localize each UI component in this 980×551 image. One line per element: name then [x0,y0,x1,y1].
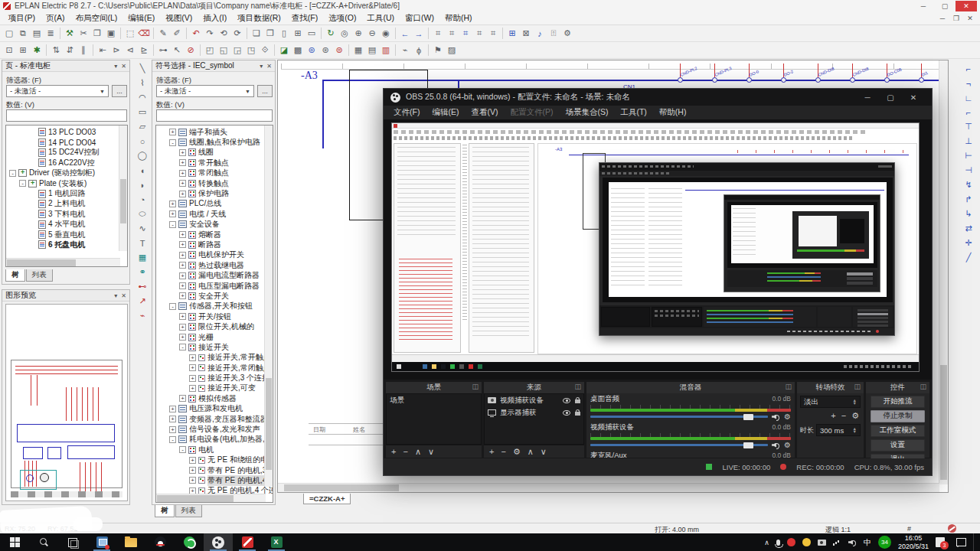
tree-item[interactable]: +接近开关,常闭触点 [158,363,273,373]
tree-item[interactable]: +信号设备,发光和发声 [158,424,273,434]
symbols-tree-vscrollbar[interactable] [264,126,273,487]
gear-icon[interactable]: ⚙ [851,411,859,421]
tree-item[interactable]: +保护电路 [158,188,273,198]
cross-icon[interactable]: ✛ [962,236,975,250]
sort-icon[interactable]: ⇅ [49,44,63,57]
collapse-icon[interactable]: - [169,303,176,310]
symbols-tree-hscrollbar[interactable] [156,494,266,502]
new-device-icon[interactable]: ✱ [30,44,44,57]
menu-item[interactable]: 工具(T) [614,106,652,119]
notification-icon[interactable]: 3 [936,537,945,547]
sources-list[interactable]: 视频捕获设备显示器捕获 [484,393,584,445]
rounded-rect-icon[interactable]: ▱ [136,119,149,134]
tab-1[interactable]: 树 [155,505,175,517]
minimize-icon[interactable]: ─ [936,13,949,24]
control-button[interactable]: 开始推流 [871,396,925,409]
tree-item[interactable]: +变频器,变压器和整流器 [158,414,273,424]
tree-item[interactable]: +安全开关 [158,291,273,301]
menu-item[interactable]: 文件(F) [387,106,426,119]
phi-icon[interactable]: ϕ [412,44,426,57]
hatch2-icon[interactable]: ▨ [445,44,459,57]
grid-a-icon[interactable]: ⌗ [431,27,445,40]
tree-item[interactable]: +带有 PE 的电机,3 个 [158,465,273,475]
expand-icon[interactable]: + [169,426,176,433]
collapse-icon[interactable]: - [19,180,26,187]
menu-item[interactable]: 查看(V) [465,106,504,119]
dock-icon[interactable]: ◫ [920,383,926,390]
remove-icon[interactable]: − [501,447,505,456]
grid-b-icon[interactable]: ⌗ [445,27,459,40]
down-icon[interactable]: ∨ [428,447,434,457]
back-icon[interactable]: ← [398,27,412,40]
tab-2[interactable]: 列表 [175,505,202,517]
tree-item[interactable]: +常闭触点 [158,168,273,178]
tree-item[interactable]: 14 PLC DO04 [8,137,127,147]
assign-icon[interactable]: ◱ [217,44,230,57]
open-icon[interactable]: ⧉ [16,27,30,40]
tree-item[interactable]: +熔断器 [158,230,273,240]
ellipse-icon[interactable]: ⬭ [136,207,149,221]
symbols-value-input[interactable] [156,109,273,122]
tree-item[interactable]: -Plate (安装板) [8,178,127,188]
dock-icon[interactable]: ◫ [574,383,581,390]
maximize-icon[interactable]: ▢ [879,90,902,105]
tree-item[interactable]: -接近开关 [158,342,273,352]
visibility-eye-icon[interactable] [563,398,570,403]
scene-item[interactable]: 场景 [387,394,481,407]
volume-icon[interactable] [848,539,857,546]
expand-icon[interactable]: + [179,191,186,197]
expand-icon[interactable]: + [179,282,186,289]
link-icon[interactable]: ⊶ [156,44,170,57]
expand-icon[interactable]: + [169,416,176,422]
jump-icon[interactable]: ↯ [962,178,975,192]
wrench-icon[interactable]: ⚒ [63,27,77,40]
tree-item[interactable]: +接近开关,3 个连接 [158,373,273,383]
chevron-up-icon[interactable]: ∧ [764,539,769,546]
pair-icon[interactable]: ∥ [77,44,90,57]
tree-item[interactable]: +开关/按钮 [158,311,273,321]
excel-button[interactable] [262,533,291,551]
lock-icon[interactable] [575,412,580,416]
tree-item[interactable]: -安全设备 [158,220,273,230]
diamond-icon[interactable]: ⟐ [258,44,272,57]
control-button[interactable]: 设置 [871,439,925,452]
spinner-icon[interactable]: ▲▼ [853,399,857,405]
canvas-hscrollbar[interactable] [278,483,939,492]
expand-icon[interactable]: + [179,149,186,156]
grid-e-icon[interactable]: ⌗ [486,27,500,40]
zoom-out-icon[interactable]: ⊖ [365,27,379,40]
network-icon[interactable] [833,539,841,546]
dimension-icon[interactable]: ⊷ [136,279,149,294]
pages-tree[interactable]: 13 PLC DO0314 PLC DO0415 DC24V控制16 AC220… [5,125,128,267]
goto-icon[interactable]: ⇤ [96,44,109,57]
tree-item[interactable]: -电机 [158,445,273,455]
hyperlink-icon[interactable]: ⚭ [136,265,149,279]
hatch-icon[interactable]: ▩ [291,44,305,57]
symbols-tree[interactable]: +端子和插头-线圈,触点和保护电路+线圈+常开触点+常闭触点+转换触点+保护电路… [155,125,273,503]
key-tray-icon[interactable] [802,538,811,546]
filter-icon[interactable]: ⇵ [63,44,77,57]
print-icon[interactable]: ≣ [44,27,57,40]
undo-list-icon[interactable]: ⟲ [217,27,230,40]
expand-icon[interactable]: + [189,354,196,361]
menu-item[interactable]: 项目数据(R) [232,12,286,24]
tree-item[interactable]: +电压源和发电机 [158,404,273,414]
brush-icon[interactable]: ✐ [170,27,184,40]
settings-icon[interactable]: ⚙ [560,27,574,40]
tree-item[interactable]: +端子和插头 [158,127,273,137]
expand-icon[interactable]: + [179,324,186,331]
zoom-in-icon[interactable]: ⊕ [351,27,365,40]
select-icon[interactable]: ⬚ [123,27,137,40]
duration-input[interactable]: 300 ms▲▼ [816,424,861,436]
browser-360-button[interactable] [175,533,204,551]
source-item[interactable]: 视频捕获设备 [485,394,583,406]
expand-icon[interactable]: + [179,292,186,299]
rectangle-icon[interactable]: ▭ [136,105,149,119]
qq-tray-icon[interactable] [787,538,795,546]
angle-down-left-icon[interactable]: ⌐ [962,61,975,76]
expand-icon[interactable]: + [179,241,186,248]
mic-icon[interactable] [776,540,780,546]
expand-icon[interactable]: + [189,364,196,371]
next-icon[interactable]: ⊵ [137,44,151,57]
delete-icon[interactable]: ⌫ [137,27,151,40]
